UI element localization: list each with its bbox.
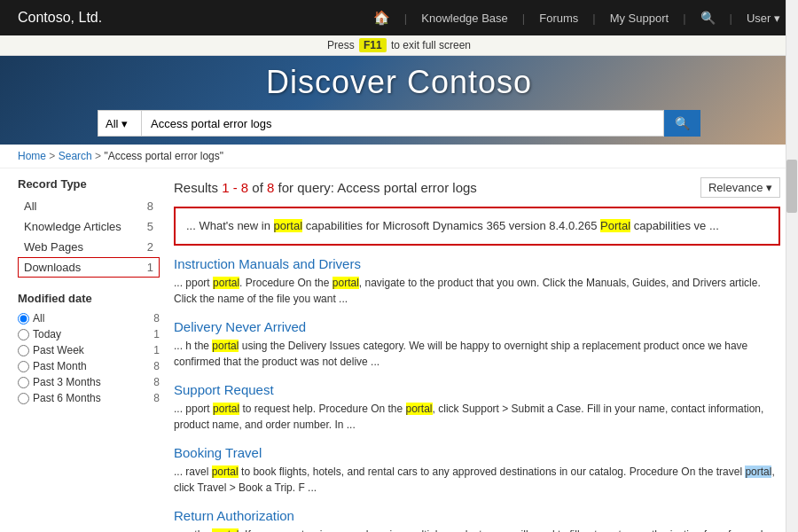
- hero-search-bar: All ▾ 🔍: [98, 110, 700, 137]
- result-item: Booking Travel ... ravel portal to book …: [174, 445, 780, 496]
- brand-name: Contoso, Ltd.: [18, 10, 102, 26]
- record-type-label: Record Type: [18, 177, 160, 191]
- breadcrumb: Home > Search > "Access portal error log…: [0, 145, 798, 168]
- filter-web-pages[interactable]: Web Pages 2: [18, 237, 160, 257]
- top-navigation: Contoso, Ltd. 🏠 | Knowledge Base | Forum…: [0, 0, 798, 35]
- result-snippet: ... ravel portal to book flights, hotels…: [174, 464, 780, 496]
- hero-title: Discover Contoso: [266, 64, 532, 101]
- breadcrumb-search[interactable]: Search: [59, 150, 92, 162]
- result-snippet: ... n the portal. If you are returning o…: [174, 527, 780, 533]
- result-snippet: ... h the portal using the Delivery Issu…: [174, 338, 780, 370]
- results-header: Results 1 - 8 of 8 for query: Access por…: [174, 177, 780, 198]
- nav-forums[interactable]: Forums: [539, 12, 578, 25]
- f11-key: F11: [359, 38, 387, 52]
- search-button[interactable]: 🔍: [664, 110, 700, 137]
- hero-banner: Discover Contoso All ▾ 🔍: [0, 56, 798, 145]
- nav-my-support[interactable]: My Support: [610, 12, 669, 25]
- result-title-booking-travel[interactable]: Booking Travel: [174, 445, 780, 460]
- main-content: Record Type All 8 Knowledge Articles 5 W…: [0, 168, 798, 532]
- result-item: Delivery Never Arrived ... h the portal …: [174, 319, 780, 370]
- result-snippet: ... pport portal to request help. Proced…: [174, 401, 780, 433]
- result-title-delivery[interactable]: Delivery Never Arrived: [174, 319, 780, 334]
- f11-bar: Press F11 to exit full screen: [0, 35, 798, 56]
- breadcrumb-home[interactable]: Home: [18, 150, 46, 162]
- result-item: Instruction Manuals and Drivers ... ppor…: [174, 256, 780, 307]
- record-type-filter: Record Type All 8 Knowledge Articles 5 W…: [18, 177, 160, 278]
- result-snippet: ... pport portal. Procedure On the porta…: [174, 275, 780, 307]
- results-summary: Results 1 - 8 of 8 for query: Access por…: [174, 180, 477, 195]
- result-title-support-request[interactable]: Support Request: [174, 382, 780, 397]
- filter-all[interactable]: All 8: [18, 196, 160, 216]
- date-filter-past-6-months[interactable]: Past 6 Months 8: [18, 390, 160, 406]
- nav-knowledge-base[interactable]: Knowledge Base: [421, 12, 508, 25]
- date-filter-today[interactable]: Today 1: [18, 326, 160, 342]
- breadcrumb-current: "Access portal error logs": [104, 150, 223, 162]
- filter-knowledge-articles[interactable]: Knowledge Articles 5: [18, 216, 160, 237]
- sidebar: Record Type All 8 Knowledge Articles 5 W…: [18, 177, 160, 532]
- search-input[interactable]: [142, 110, 664, 137]
- result-title-instruction-manuals[interactable]: Instruction Manuals and Drivers: [174, 256, 780, 271]
- result-title-return-authorization[interactable]: Return Authorization: [174, 508, 780, 523]
- user-menu[interactable]: User ▾: [747, 12, 780, 25]
- date-filter-past-3-months[interactable]: Past 3 Months 8: [18, 374, 160, 390]
- home-icon[interactable]: 🏠: [373, 10, 390, 26]
- search-type-dropdown[interactable]: All ▾: [98, 110, 142, 137]
- modified-date-filter: Modified date All 8 Today 1 Past Week 1: [18, 292, 160, 406]
- search-icon[interactable]: 🔍: [700, 11, 716, 25]
- scrollbar-track[interactable]: [786, 0, 798, 532]
- filter-downloads[interactable]: Downloads 1: [18, 257, 160, 278]
- date-filter-all[interactable]: All 8: [18, 310, 160, 326]
- featured-result: ... What's new in portal capabilities fo…: [174, 207, 780, 246]
- sort-dropdown[interactable]: Relevance ▾: [700, 177, 780, 198]
- scrollbar-thumb[interactable]: [786, 160, 797, 213]
- result-item: Return Authorization ... n the portal. I…: [174, 508, 780, 533]
- modified-date-label: Modified date: [18, 292, 160, 305]
- results-area: Results 1 - 8 of 8 for query: Access por…: [174, 177, 780, 532]
- result-item: Support Request ... pport portal to requ…: [174, 382, 780, 433]
- date-filter-past-month[interactable]: Past Month 8: [18, 358, 160, 374]
- date-filter-past-week[interactable]: Past Week 1: [18, 342, 160, 358]
